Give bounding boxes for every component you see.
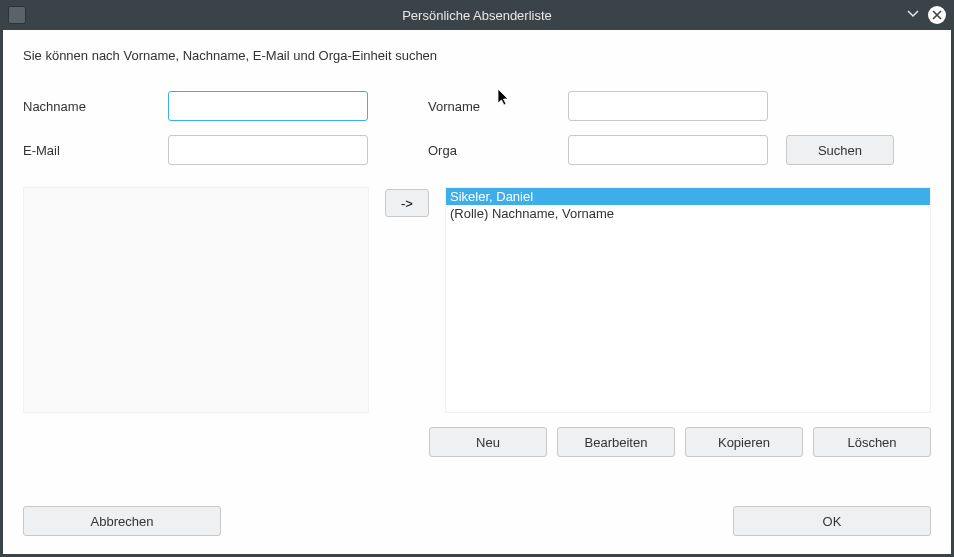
move-right-button[interactable]: -> [385, 189, 429, 217]
nachname-input[interactable] [168, 91, 368, 121]
orga-label: Orga [428, 143, 568, 158]
delete-button[interactable]: Löschen [813, 427, 931, 457]
titlebar[interactable]: Persönliche Absenderliste [0, 0, 954, 30]
search-button[interactable]: Suchen [786, 135, 894, 165]
dialog-footer: Abbrechen OK [23, 506, 931, 536]
email-label: E-Mail [23, 143, 168, 158]
vorname-label: Vorname [428, 99, 568, 114]
close-icon[interactable] [928, 6, 946, 24]
sender-list[interactable]: Sikeler, Daniel(Rolle) Nachname, Vorname [445, 187, 931, 413]
nachname-label: Nachname [23, 99, 168, 114]
dialog-window: Persönliche Absenderliste Sie können nac… [0, 0, 954, 557]
new-button[interactable]: Neu [429, 427, 547, 457]
dialog-content: Sie können nach Vorname, Nachname, E-Mai… [3, 30, 951, 554]
ok-button[interactable]: OK [733, 506, 931, 536]
lists-row: -> Sikeler, Daniel(Rolle) Nachname, Vorn… [23, 187, 931, 413]
orga-input[interactable] [568, 135, 768, 165]
list-item[interactable]: Sikeler, Daniel [446, 188, 930, 205]
search-form: Nachname Vorname E-Mail Orga Suchen [23, 91, 931, 165]
window-title: Persönliche Absenderliste [0, 8, 954, 23]
app-icon [8, 6, 26, 24]
cancel-button[interactable]: Abbrechen [23, 506, 221, 536]
list-item[interactable]: (Rolle) Nachname, Vorname [446, 205, 930, 222]
copy-button[interactable]: Kopieren [685, 427, 803, 457]
vorname-input[interactable] [568, 91, 768, 121]
search-results-list[interactable] [23, 187, 369, 413]
edit-button[interactable]: Bearbeiten [557, 427, 675, 457]
help-text: Sie können nach Vorname, Nachname, E-Mai… [23, 48, 931, 63]
email-input[interactable] [168, 135, 368, 165]
list-actions: Neu Bearbeiten Kopieren Löschen [429, 427, 931, 457]
window-controls [906, 6, 946, 24]
minimize-icon[interactable] [906, 6, 920, 24]
